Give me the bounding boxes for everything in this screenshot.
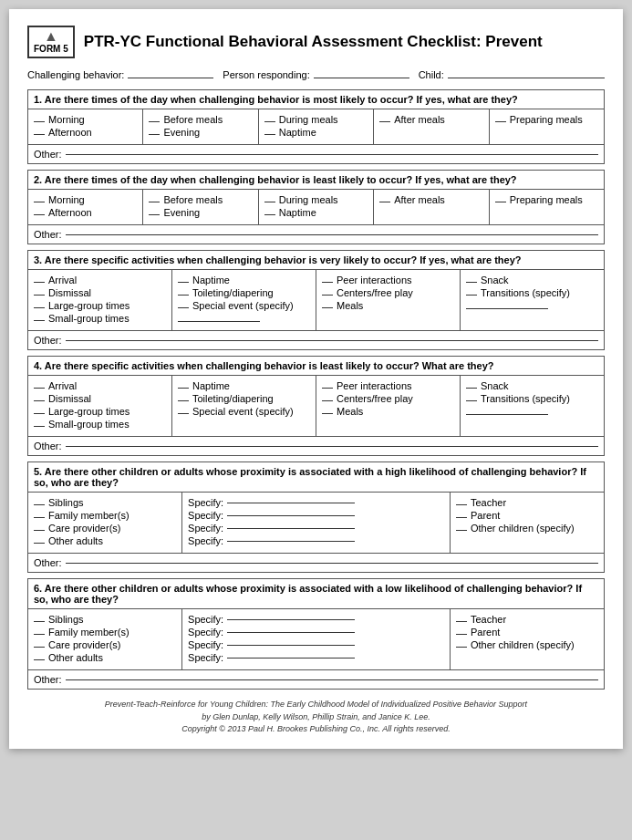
section-q5-col3: Teacher Parent Other children (specify) [451, 493, 604, 553]
section-q4-question: 4. Are there specific activities when ch… [34, 360, 494, 371]
specify-row: Specify: [188, 652, 444, 663]
specify-line [227, 528, 355, 529]
section-q4: 4. Are there specific activities when ch… [27, 356, 605, 456]
section-q5-col1: Siblings Family member(s) Care provider(… [28, 493, 182, 553]
list-item: Care provider(s) [34, 639, 176, 650]
check-mark [466, 295, 477, 296]
check-mark [178, 388, 189, 389]
list-item: Snack [466, 275, 598, 285]
list-item: Toileting/diapering [178, 393, 310, 404]
section-q2-col5: Preparing meals [490, 190, 604, 224]
list-item: Centers/free play [322, 393, 454, 404]
check-mark [34, 647, 45, 648]
other-row-q5: Other: [28, 554, 604, 572]
footer-line3: Copyright © 2013 Paul H. Brookes Publish… [27, 723, 605, 736]
check-mark [34, 659, 45, 660]
list-item: Toileting/diapering [178, 287, 310, 298]
section-q3: 3. Are there specific activities when ch… [27, 250, 605, 350]
list-item: Teacher [456, 614, 598, 625]
section-q1-col3: During meals Naptime [259, 109, 374, 144]
specify-line [178, 321, 260, 322]
section-q2-question: 2. Are there times of the day when chall… [34, 174, 517, 185]
specify-line [227, 515, 355, 516]
check-mark [34, 295, 45, 296]
other-line [66, 563, 598, 564]
section-q6-col1: Siblings Family member(s) Care provider(… [28, 609, 182, 669]
check-mark [34, 621, 45, 622]
child-line [448, 78, 605, 78]
list-item: Large-group times [34, 300, 166, 311]
check-mark [149, 134, 160, 135]
section-q2-col1: Morning Afternoon [28, 190, 143, 224]
specify-line [466, 414, 548, 415]
check-mark [34, 530, 45, 531]
check-mark [456, 647, 467, 648]
list-item: Other adults [34, 652, 176, 663]
list-item: Afternoon [34, 207, 137, 218]
challenging-behavior-field: Challenging behavior: [27, 69, 213, 80]
footer-line1: Prevent-Teach-Reinforce for Young Childr… [27, 699, 605, 711]
other-label: Other: [34, 674, 62, 685]
section-q2-body: Morning Afternoon Before meals Evening D… [28, 190, 604, 225]
specify-line [227, 619, 355, 620]
check-mark [149, 202, 160, 202]
list-item: Other children (specify) [456, 523, 598, 534]
section-q1-header: 1. Are there times of the day when chall… [28, 90, 604, 109]
check-mark [456, 621, 467, 622]
check-mark [34, 134, 45, 135]
list-item: Family member(s) [34, 627, 176, 638]
section-q4-col3: Peer interactions Centers/free play Meal… [316, 376, 461, 436]
list-item: During meals [264, 194, 368, 205]
list-item: Naptime [178, 275, 310, 285]
check-mark [178, 307, 189, 308]
specify-row: Specify: [188, 497, 444, 508]
check-mark [322, 400, 333, 401]
section-q1-col5: Preparing meals [490, 109, 604, 144]
challenging-behavior-line [128, 78, 213, 78]
list-item: Afternoon [34, 127, 137, 138]
child-label: Child: [419, 69, 444, 80]
check-mark [34, 202, 45, 202]
section-q6-body: Siblings Family member(s) Care provider(… [28, 609, 604, 670]
list-item: Siblings [34, 497, 176, 508]
list-item: Preparing meals [495, 114, 598, 125]
section-q2-header: 2. Are there times of the day when chall… [28, 171, 604, 190]
list-item: Evening [149, 127, 252, 138]
section-q3-header: 3. Are there specific activities when ch… [28, 251, 604, 270]
other-label: Other: [34, 557, 62, 568]
specify-line [227, 541, 355, 542]
person-responding-field: Person responding: [223, 69, 409, 80]
check-mark [34, 214, 45, 215]
section-q5-header: 5. Are there other children or adults wh… [28, 462, 604, 493]
other-label: Other: [34, 441, 62, 451]
list-item: Small-group times [34, 313, 166, 324]
other-line [66, 234, 598, 235]
list-item: Meals [322, 300, 454, 311]
section-q3-col4: Snack Transitions (specify) [461, 270, 604, 330]
check-mark [34, 307, 45, 308]
check-mark [34, 121, 45, 122]
check-mark [456, 504, 467, 505]
check-mark [178, 295, 189, 296]
specify-line [227, 658, 355, 659]
section-q1-body: Morning Afternoon Before meals Evening D… [28, 109, 604, 145]
check-mark [264, 121, 275, 122]
specify-line [227, 503, 355, 503]
check-mark [495, 121, 506, 122]
child-field: Child: [419, 69, 605, 80]
list-item: Preparing meals [495, 194, 598, 205]
footer: Prevent-Teach-Reinforce for Young Childr… [27, 699, 605, 736]
check-mark [178, 400, 189, 401]
other-row-q1: Other: [28, 145, 604, 163]
other-label: Other: [34, 149, 62, 160]
section-q2: 2. Are there times of the day when chall… [27, 170, 605, 244]
list-item: Other adults [34, 535, 176, 546]
check-mark [34, 634, 45, 635]
specify-row: Specify: [188, 614, 444, 625]
section-q5-col2: Specify: Specify: Specify: Specify: [182, 493, 451, 553]
top-fields: Challenging behavior: Person responding:… [27, 69, 605, 80]
list-item: Naptime [264, 127, 368, 138]
list-item: After meals [379, 114, 482, 125]
list-item: Arrival [34, 380, 166, 391]
list-item: Before meals [149, 114, 252, 125]
